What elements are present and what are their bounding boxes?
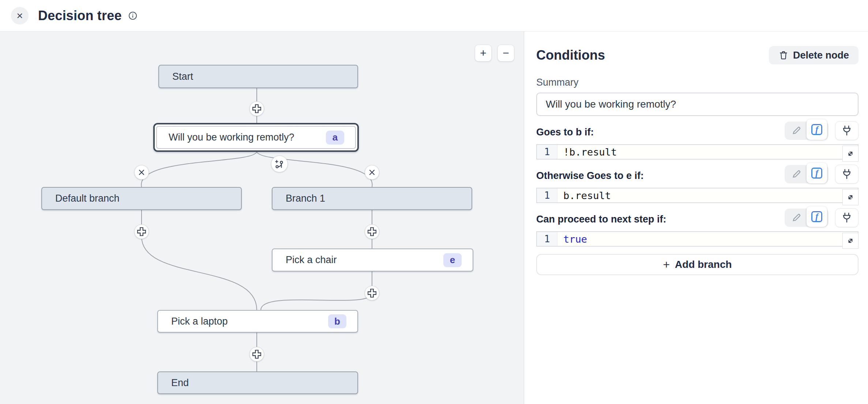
plus-circle-icon — [252, 104, 261, 113]
zoom-out-button[interactable]: − — [497, 45, 514, 61]
function-icon: f — [811, 168, 822, 179]
add-step-button[interactable] — [249, 347, 264, 362]
connect-button[interactable] — [835, 208, 858, 227]
condition-label: Goes to b if: — [536, 127, 594, 140]
plus-circle-icon — [368, 227, 376, 236]
line-number: 1 — [537, 145, 557, 159]
pencil-icon — [791, 169, 802, 180]
plus-circle-icon — [137, 227, 146, 236]
expand-editor-button[interactable] — [842, 233, 858, 249]
branch-plus-icon — [274, 159, 285, 169]
add-branch-label: Add branch — [675, 259, 732, 270]
expand-diagonal-icon — [846, 149, 855, 158]
page-title: Decision tree — [38, 8, 122, 23]
node-badge: b — [328, 314, 346, 328]
node-label: Start — [159, 71, 357, 82]
condition-code[interactable]: true — [557, 232, 858, 246]
delete-node-button[interactable]: Delete node — [769, 46, 858, 64]
condition-code[interactable]: !b.result — [557, 145, 858, 159]
function-icon: f — [811, 211, 822, 222]
formula-mode-button[interactable]: f — [807, 163, 827, 183]
plug-icon — [841, 169, 852, 180]
edit-mode-button[interactable] — [786, 123, 807, 138]
node-default-branch[interactable]: Default branch — [41, 187, 242, 210]
node-label: Branch 1 — [273, 193, 471, 204]
expand-diagonal-icon — [846, 236, 855, 246]
expand-editor-button[interactable] — [842, 146, 858, 162]
node-start[interactable]: Start — [158, 65, 358, 88]
function-icon: f — [811, 124, 822, 135]
condition-code-editor[interactable]: 1 true — [536, 231, 858, 247]
line-number: 1 — [537, 232, 557, 246]
app-header: × Decision tree — [0, 0, 868, 31]
flow-canvas[interactable]: Start Will you be working remotly? a Def… — [0, 31, 524, 404]
minus-icon: − — [503, 47, 509, 59]
trash-icon — [778, 50, 789, 60]
plug-icon — [841, 212, 852, 223]
editor-mode-toggle: f — [785, 121, 828, 140]
add-branch-button[interactable]: + Add branch — [536, 254, 858, 275]
connect-button[interactable] — [835, 165, 858, 184]
pencil-icon — [791, 212, 802, 223]
x-circle-icon — [368, 169, 376, 176]
conditions-panel: Conditions Delete node Summary Goes to b… — [525, 31, 868, 404]
delete-node-label: Delete node — [793, 50, 849, 61]
line-number: 1 — [537, 188, 557, 202]
connect-button[interactable] — [835, 121, 858, 140]
node-question-selected[interactable]: Will you be working remotly? a — [153, 123, 359, 152]
remove-branch-button[interactable] — [365, 165, 379, 180]
node-label: Pick a chair — [273, 254, 443, 266]
plus-icon: + — [480, 47, 486, 59]
node-label: Default branch — [42, 193, 241, 204]
node-label: Will you be working remotly? — [157, 132, 326, 143]
formula-mode-button[interactable]: f — [807, 206, 827, 227]
node-pick-a-chair[interactable]: Pick a chair e — [272, 248, 473, 272]
edit-mode-button[interactable] — [786, 167, 807, 182]
plug-icon — [841, 125, 852, 136]
expand-diagonal-icon — [846, 192, 855, 202]
node-label: Pick a laptop — [158, 316, 328, 327]
editor-mode-toggle: f — [785, 165, 828, 183]
plus-circle-icon — [252, 350, 261, 359]
condition-code[interactable]: b.result — [557, 188, 858, 202]
node-end[interactable]: End — [157, 371, 358, 394]
formula-mode-button[interactable]: f — [807, 119, 827, 140]
plus-circle-icon — [368, 289, 376, 298]
summary-label: Summary — [536, 77, 858, 88]
node-badge: a — [326, 131, 344, 145]
summary-input[interactable] — [536, 93, 858, 116]
add-step-button[interactable] — [365, 286, 379, 300]
condition-code-editor[interactable]: 1 !b.result — [536, 144, 858, 160]
editor-mode-toggle: f — [785, 209, 828, 227]
edit-mode-button[interactable] — [786, 210, 807, 225]
condition-label: Can proceed to next step if: — [536, 214, 666, 227]
node-label: End — [158, 377, 357, 389]
add-branch-split-button[interactable] — [271, 156, 288, 172]
add-step-button[interactable] — [249, 101, 264, 116]
info-icon[interactable] — [128, 11, 138, 21]
zoom-controls: + − — [475, 45, 514, 61]
zoom-in-button[interactable]: + — [475, 45, 492, 61]
pencil-icon — [791, 125, 802, 136]
close-icon: × — [16, 10, 23, 22]
condition-label: Otherwise Goes to e if: — [536, 170, 644, 184]
expand-editor-button[interactable] — [842, 189, 858, 205]
add-step-button[interactable] — [134, 224, 149, 239]
node-badge: e — [443, 253, 462, 267]
plus-icon: + — [663, 258, 670, 272]
close-button[interactable]: × — [11, 7, 29, 25]
remove-branch-button[interactable] — [134, 165, 149, 180]
node-branch-1[interactable]: Branch 1 — [272, 187, 472, 210]
add-step-button[interactable] — [365, 224, 379, 239]
x-circle-icon — [138, 169, 145, 176]
node-pick-a-laptop[interactable]: Pick a laptop b — [157, 310, 358, 333]
panel-title: Conditions — [536, 48, 605, 63]
condition-code-editor[interactable]: 1 b.result — [536, 188, 858, 203]
